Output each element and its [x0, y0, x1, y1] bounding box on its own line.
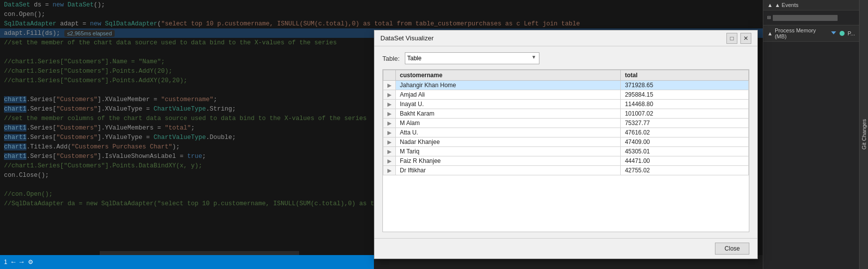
table-selector-row: Table: Table	[382, 52, 749, 64]
line-number: 1	[4, 259, 7, 266]
col-header-customername: customername	[396, 70, 621, 81]
table-row: ▶M Tariq45305.01	[383, 147, 749, 156]
events-grid-icon: ⊞	[767, 14, 771, 21]
events-bar	[773, 15, 838, 21]
cell-total: 45305.01	[621, 147, 749, 156]
table-row: ▶Amjad Ali295884.15	[383, 90, 749, 100]
table-header-row: customername total	[383, 70, 749, 81]
table-row: ▶Nadar Khanjee47409.00	[383, 137, 749, 147]
modal-close-button[interactable]: ✕	[740, 33, 751, 44]
process-mem-arrow: ▲	[767, 30, 773, 36]
cell-total: 47409.00	[621, 137, 749, 147]
row-index: ▶	[383, 156, 396, 166]
modal-titlebar: DataSet Visualizer □ ✕	[374, 30, 757, 46]
modal-minimize-button[interactable]: □	[726, 33, 737, 44]
row-index: ▶	[383, 119, 396, 128]
cell-total: 47616.02	[621, 128, 749, 137]
row-index: ▶	[383, 137, 396, 147]
row-index: ▶	[383, 100, 396, 109]
table-label: Table:	[382, 55, 400, 62]
process-mem-section-title: ▲ Process Memory (MB) P...	[763, 25, 859, 42]
toolbar-settings-icon[interactable]: ⚙	[28, 259, 33, 266]
row-index: ▶	[383, 81, 396, 90]
cell-total: 114468.80	[621, 100, 749, 109]
mem-circle-icon	[840, 31, 845, 36]
cell-total: 44471.00	[621, 156, 749, 166]
data-table: customername total ▶Jahangir Khan Home37…	[383, 70, 749, 175]
modal-title: DataSet Visualizer	[380, 34, 434, 42]
table-row: ▶Dr Iftikhar42755.02	[383, 166, 749, 175]
process-mem-label: Process Memory (MB)	[775, 27, 827, 39]
cell-total: 371928.65	[621, 81, 749, 90]
col-header-total: total	[621, 70, 749, 81]
cell-total: 75327.77	[621, 119, 749, 128]
table-select[interactable]: Table	[405, 52, 539, 64]
dataset-visualizer-modal: DataSet Visualizer □ ✕ Table: Table cust…	[374, 30, 758, 259]
table-row: ▶Bakht Karam101007.02	[383, 109, 749, 119]
modal-controls: □ ✕	[726, 33, 751, 44]
cell-total: 42755.02	[621, 166, 749, 175]
table-row: ▶Atta U.47616.02	[383, 128, 749, 137]
table-row: ▶M Alam75327.77	[383, 119, 749, 128]
table-row: ▶Inayat U.114468.80	[383, 100, 749, 109]
cell-customername: M Alam	[396, 119, 621, 128]
git-sidebar[interactable]: Git Changes	[859, 0, 868, 269]
svg-marker-0	[831, 31, 836, 34]
modal-body: Table: Table customername total ▶Jahangi…	[374, 46, 757, 238]
table-row: ▶Jahangir Khan Home371928.65	[383, 81, 749, 90]
cell-total: 295884.15	[621, 90, 749, 100]
row-index: ▶	[383, 128, 396, 137]
table-body: ▶Jahangir Khan Home371928.65▶Amjad Ali29…	[383, 81, 749, 175]
cell-customername: M Tariq	[396, 147, 621, 156]
events-row: ⊞	[767, 14, 855, 21]
cell-customername: Inayat U.	[396, 100, 621, 109]
row-index: ▶	[383, 90, 396, 100]
nav-back-button[interactable]: ←	[11, 258, 15, 266]
row-index: ▶	[383, 147, 396, 156]
cell-customername: Dr Iftikhar	[396, 166, 621, 175]
row-index: ▶	[383, 109, 396, 119]
bottom-toolbar: 1 ← → ⚙	[0, 255, 374, 269]
cell-customername: Bakht Karam	[396, 109, 621, 119]
cell-customername: Jahangir Khan Home	[396, 81, 621, 90]
cell-customername: Faiz R Khanjee	[396, 156, 621, 166]
events-area: ⊞	[763, 10, 859, 25]
events-section-title: ▲ ▲ Events	[763, 0, 859, 10]
cell-customername: Nadar Khanjee	[396, 137, 621, 147]
git-label: Git Changes	[861, 119, 867, 149]
cell-customername: Amjad Ali	[396, 90, 621, 100]
table-row: ▶Faiz R Khanjee44471.00	[383, 156, 749, 166]
mem-triangle-icon	[831, 30, 836, 36]
modal-footer: Close	[374, 238, 757, 259]
events-label: ▲ Events	[775, 2, 799, 8]
data-table-wrapper: customername total ▶Jahangir Khan Home37…	[382, 69, 749, 232]
events-arrow: ▲	[767, 2, 773, 8]
mem-p-label: P...	[848, 30, 855, 36]
cell-customername: Atta U.	[396, 128, 621, 137]
right-sidebar: ▲ ▲ Events ⊞ ▲ Process Memory (MB) P...	[763, 0, 859, 269]
table-select-wrapper: Table	[405, 52, 539, 64]
col-header-index	[383, 70, 396, 81]
row-index: ▶	[383, 166, 396, 175]
cell-total: 101007.02	[621, 109, 749, 119]
nav-forward-button[interactable]: →	[19, 258, 23, 266]
close-button[interactable]: Close	[715, 243, 749, 255]
